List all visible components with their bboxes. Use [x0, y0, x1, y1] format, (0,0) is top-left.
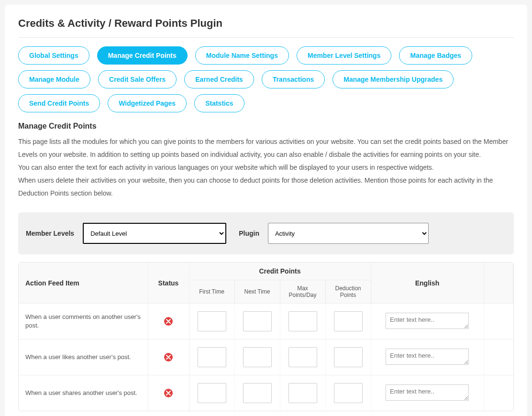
description-paragraph: You can also enter the text for each act…: [18, 161, 514, 174]
tab-global-settings[interactable]: Global Settings: [18, 46, 89, 65]
description-paragraph: When users delete their activities on yo…: [18, 174, 514, 200]
deduction-input[interactable]: [334, 347, 363, 367]
max-points-input[interactable]: [288, 383, 317, 403]
member-level-label: Member Levels: [26, 230, 74, 237]
row-spacer: [484, 304, 513, 339]
first-time-input[interactable]: [198, 383, 226, 403]
first-time-input[interactable]: [198, 347, 226, 367]
status-disabled-icon[interactable]: [164, 389, 173, 397]
english-text-input[interactable]: [386, 384, 469, 401]
table-row: When a user comments on another user's p…: [19, 304, 513, 339]
th-deduction: Deduction Points: [325, 280, 371, 304]
tab-earned-credits[interactable]: Earned Credits: [184, 70, 254, 88]
max-points-input[interactable]: [288, 311, 317, 331]
section-title: Manage Credit Points: [18, 122, 514, 131]
plugin-select[interactable]: Activity: [268, 223, 429, 244]
status-disabled-icon[interactable]: [164, 353, 173, 361]
tab-module-name-settings[interactable]: Module Name Settings: [195, 46, 289, 65]
tab-credit-sale-offers[interactable]: Credit Sale Offers: [98, 70, 177, 88]
table-row: When a user likes another user's post.: [19, 339, 513, 375]
action-text: When a user likes another user's post.: [19, 339, 148, 375]
tab-member-level-settings[interactable]: Member Level Settings: [297, 46, 392, 65]
next-time-input[interactable]: [243, 311, 272, 331]
row-spacer: [484, 375, 513, 411]
th-spacer: [484, 263, 513, 304]
english-text-input[interactable]: [386, 349, 469, 365]
status-cell: [148, 339, 189, 375]
tab-widgetized-pages[interactable]: Widgetized Pages: [108, 94, 187, 112]
next-time-input[interactable]: [243, 347, 272, 367]
tab-manage-badges[interactable]: Manage Badges: [399, 46, 472, 65]
description-paragraph: This page lists all the modules for whic…: [18, 135, 514, 161]
status-cell: [148, 304, 189, 339]
action-text: When a user comments on another user's p…: [19, 304, 148, 339]
status-cell: [148, 375, 189, 411]
plugin-label: Plugin: [239, 230, 259, 237]
english-text-input[interactable]: [386, 313, 469, 329]
max-points-input[interactable]: [288, 347, 317, 367]
tab-bar: Global SettingsManage Credit PointsModul…: [18, 38, 514, 119]
credit-points-table: Action Feed Item Status Credit Points En…: [18, 262, 514, 411]
th-max-points: Max Points/Day: [280, 280, 325, 304]
next-time-input[interactable]: [243, 383, 272, 403]
row-spacer: [484, 339, 513, 375]
table-row: When a user shares another user's post.: [19, 375, 513, 411]
th-credit-points: Credit Points: [189, 263, 371, 280]
first-time-input[interactable]: [198, 311, 226, 331]
page-title: Credits & Activity / Reward Points Plugi…: [18, 17, 514, 38]
tab-statstics[interactable]: Statstics: [194, 94, 244, 112]
status-disabled-icon[interactable]: [164, 317, 173, 326]
tab-manage-module[interactable]: Manage Module: [18, 70, 90, 88]
tab-transactions[interactable]: Transactions: [262, 70, 325, 88]
th-english: English: [371, 263, 484, 304]
th-status: Status: [148, 263, 189, 304]
page-container: Credits & Activity / Reward Points Plugi…: [5, 5, 527, 416]
action-text: When a user shares another user's post.: [19, 375, 148, 411]
tab-manage-credit-points[interactable]: Manage Credit Points: [97, 46, 188, 65]
tab-manage-membership-upgrades[interactable]: Manage Membership Upgrades: [332, 70, 454, 88]
table-body: When a user comments on another user's p…: [19, 304, 513, 411]
filter-bar: Member Levels Default Level Plugin Activ…: [18, 212, 514, 254]
th-next-time: Next Time: [234, 280, 280, 304]
th-first-time: First Time: [189, 280, 234, 304]
th-action: Action Feed Item: [19, 263, 148, 304]
deduction-input[interactable]: [334, 383, 363, 403]
tab-send-credit-points[interactable]: Send Credit Points: [18, 94, 100, 112]
deduction-input[interactable]: [334, 311, 363, 331]
member-level-select[interactable]: Default Level: [83, 223, 226, 244]
